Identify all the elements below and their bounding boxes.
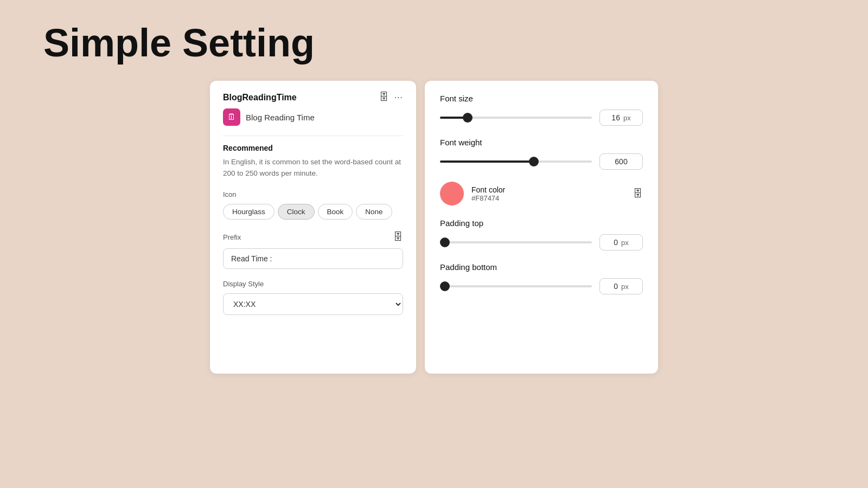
dots-icon[interactable]: ··· — [394, 93, 403, 102]
display-style-label: Display Style — [223, 280, 403, 288]
padding-bottom-slider[interactable] — [440, 281, 592, 292]
padding-bottom-range[interactable] — [440, 285, 592, 287]
font-weight-range[interactable] — [440, 160, 592, 163]
padding-bottom-label: Padding bottom — [440, 262, 643, 272]
icon-label: Icon — [223, 190, 403, 198]
plugin-icon: 🗓 — [223, 108, 240, 126]
panel-title: BlogReadingTime — [223, 93, 297, 102]
font-size-label: Font size — [440, 94, 643, 103]
icon-buttons: Hourglass Clock Book None — [223, 204, 403, 220]
prefix-db-icon[interactable]: 🗄 — [393, 232, 403, 243]
prefix-input[interactable] — [223, 248, 403, 269]
panel-header-icons: 🗄 ··· — [379, 92, 403, 103]
font-weight-value-box: 600 — [599, 153, 643, 170]
font-size-row: Font size 16 px — [440, 94, 643, 126]
font-size-slider-row: 16 px — [440, 110, 643, 126]
padding-bottom-row: Padding bottom 0 px — [440, 262, 643, 294]
font-color-row: Font color #F87474 🗄 — [440, 182, 643, 206]
page-title: Simple Setting — [0, 0, 868, 81]
recommened-text: In English, it is common to set the word… — [223, 157, 403, 179]
font-size-range[interactable] — [440, 117, 592, 119]
icon-btn-hourglass[interactable]: Hourglass — [223, 204, 275, 220]
padding-bottom-slider-row: 0 px — [440, 278, 643, 294]
panel-header: BlogReadingTime 🗄 ··· — [223, 92, 403, 103]
padding-top-slider-row: 0 px — [440, 234, 643, 251]
db-icon[interactable]: 🗄 — [379, 92, 389, 103]
display-style-select[interactable]: XX:XX X min X minutes — [223, 293, 403, 315]
padding-top-row: Padding top 0 px — [440, 219, 643, 251]
font-color-label: Font color — [471, 185, 626, 194]
font-color-info: Font color #F87474 — [471, 185, 626, 202]
recommened-label: Recommened — [223, 144, 403, 152]
padding-top-value-box: 0 px — [599, 234, 643, 251]
plugin-row: 🗓 Blog Reading Time — [223, 108, 403, 126]
font-color-db-icon[interactable]: 🗄 — [633, 188, 643, 200]
font-size-value-box: 16 px — [599, 110, 643, 126]
prefix-row: Prefix 🗄 — [223, 232, 403, 243]
right-panel: Font size 16 px Font weight 600 — [425, 81, 658, 374]
font-weight-label: Font weight — [440, 138, 643, 147]
padding-bottom-value-box: 0 px — [599, 278, 643, 294]
padding-top-range[interactable] — [440, 241, 592, 243]
padding-top-slider[interactable] — [440, 237, 592, 248]
font-size-unit: px — [623, 114, 631, 122]
prefix-label: Prefix — [223, 233, 241, 241]
font-size-slider[interactable] — [440, 112, 592, 123]
padding-top-label: Padding top — [440, 219, 643, 228]
font-size-value: 16 — [611, 113, 620, 122]
font-weight-slider[interactable] — [440, 156, 592, 167]
panels-container: BlogReadingTime 🗄 ··· 🗓 Blog Reading Tim… — [0, 81, 868, 374]
icon-btn-book[interactable]: Book — [318, 204, 353, 220]
padding-top-unit: px — [621, 239, 629, 247]
font-weight-value: 600 — [615, 157, 627, 166]
plugin-name: Blog Reading Time — [246, 113, 315, 122]
font-color-value: #F87474 — [471, 194, 626, 202]
font-color-swatch[interactable] — [440, 182, 464, 206]
icon-btn-none[interactable]: None — [356, 204, 392, 220]
icon-btn-clock[interactable]: Clock — [278, 204, 315, 220]
padding-bottom-value: 0 — [614, 282, 618, 291]
padding-top-value: 0 — [614, 238, 618, 247]
font-weight-slider-row: 600 — [440, 153, 643, 170]
left-panel: BlogReadingTime 🗄 ··· 🗓 Blog Reading Tim… — [210, 81, 416, 374]
padding-bottom-unit: px — [621, 282, 629, 291]
font-weight-row: Font weight 600 — [440, 138, 643, 170]
section-divider — [223, 136, 403, 136]
